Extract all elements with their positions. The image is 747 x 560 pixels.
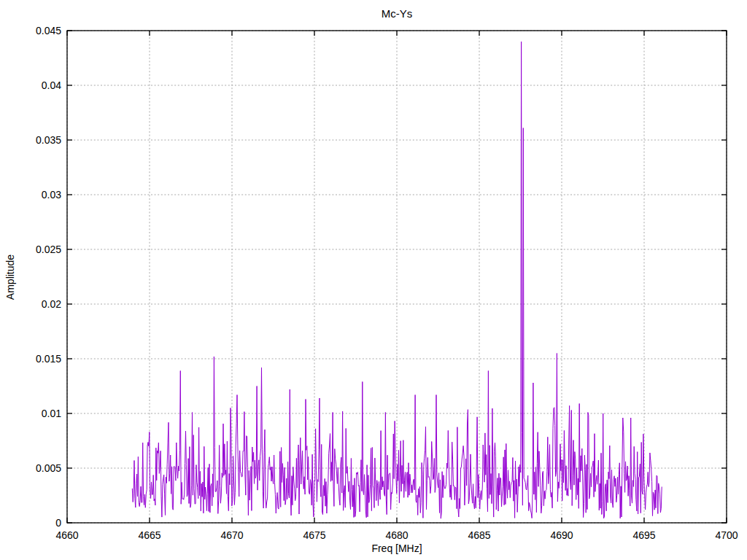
y-tick-label: 0.02 (0, 298, 61, 310)
plot-canvas (0, 0, 747, 560)
x-tick-label: 4660 (55, 529, 78, 541)
x-axis-label: Freq [MHz] (67, 542, 727, 554)
y-tick-label: 0.04 (0, 79, 61, 91)
x-tick-label: 4680 (385, 529, 408, 541)
y-tick-label: 0.01 (0, 408, 61, 419)
x-tick-label: 4670 (220, 529, 243, 541)
x-tick-label: 4685 (468, 529, 490, 541)
y-axis-label: Amplitude (4, 254, 16, 300)
y-tick-label: 0.035 (0, 134, 61, 146)
x-tick-label: 4690 (550, 529, 573, 541)
chart-title: Mc-Ys (67, 7, 727, 20)
y-tick-label: 0.025 (0, 244, 61, 255)
x-tick-label: 4700 (715, 529, 738, 541)
y-tick-label: 0 (0, 517, 61, 529)
x-tick-label: 4675 (303, 529, 325, 541)
x-tick-label: 4665 (138, 529, 160, 541)
x-tick-label: 4695 (632, 529, 655, 541)
spectrum-chart: Mc-Ys Freq [MHz] Amplitude 4660466546704… (0, 0, 747, 560)
y-tick-label: 0.03 (0, 189, 61, 201)
y-tick-label: 0.015 (0, 353, 61, 365)
y-tick-label: 0.045 (0, 25, 61, 36)
y-tick-label: 0.005 (0, 462, 61, 474)
